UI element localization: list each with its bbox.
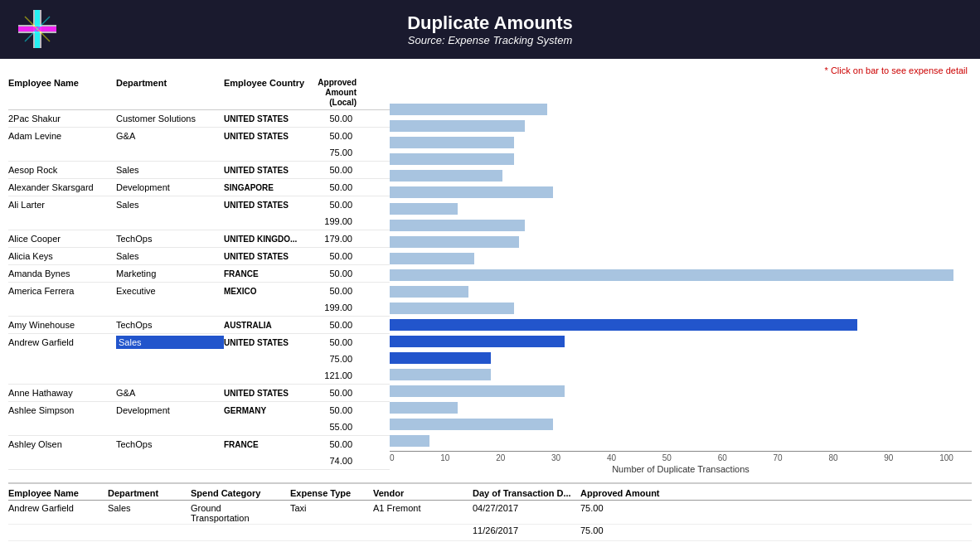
data-row: 75.00 bbox=[8, 144, 390, 161]
table-row[interactable]: Amy WinehouseTechOpsAUSTRALIA50.00 bbox=[8, 317, 390, 334]
bar-row[interactable] bbox=[390, 184, 972, 201]
bar-row[interactable] bbox=[390, 217, 972, 234]
bar[interactable] bbox=[390, 419, 553, 430]
emp-name-cell: Alexander Skarsgard bbox=[8, 182, 116, 192]
header-country: Employee Country bbox=[224, 78, 307, 108]
bar-row-group bbox=[390, 383, 972, 416]
emp-name-cell: America Ferrera bbox=[8, 286, 116, 296]
detail-data-cell: 04/27/2017 bbox=[473, 503, 580, 513]
dept-cell: Sales bbox=[116, 200, 224, 210]
bar-row[interactable] bbox=[390, 333, 972, 350]
table-row[interactable]: Aesop RockSalesUNITED STATES50.00 bbox=[8, 162, 390, 179]
bar[interactable] bbox=[390, 236, 519, 248]
bar-wrap bbox=[390, 435, 953, 447]
country-cell: MEXICO bbox=[224, 287, 307, 296]
bar[interactable] bbox=[390, 120, 525, 132]
dept-cell: Sales bbox=[116, 336, 224, 349]
amount-cell: 199.00 bbox=[307, 216, 357, 226]
table-row[interactable]: Alicia KeysSalesUNITED STATES50.00 bbox=[8, 248, 390, 265]
amount-cell: 74.00 bbox=[307, 456, 357, 466]
data-row: Anne HathawayG&AUNITED STATES50.00 bbox=[8, 385, 390, 401]
bar[interactable] bbox=[390, 137, 514, 148]
bar[interactable] bbox=[390, 303, 514, 314]
table-row[interactable]: Alexander SkarsgardDevelopmentSINGAPORE5… bbox=[8, 179, 390, 196]
country-cell: UNITED STATES bbox=[224, 338, 307, 347]
bar[interactable] bbox=[390, 402, 458, 414]
bar[interactable] bbox=[390, 104, 547, 115]
emp-name-cell: Amy Winehouse bbox=[8, 320, 116, 330]
emp-name-cell: Alicia Keys bbox=[8, 251, 116, 261]
table-row[interactable]: Andrew GarfieldSalesUNITED STATES50.0075… bbox=[8, 334, 390, 385]
data-rows: 2Pac ShakurCustomer SolutionsUNITED STAT… bbox=[8, 110, 390, 470]
bar[interactable] bbox=[390, 220, 525, 231]
x-axis-labels: 0102030405060708090100 bbox=[390, 452, 953, 462]
x-axis-tick: 30 bbox=[551, 453, 560, 462]
x-axis-tick: 90 bbox=[884, 453, 893, 462]
bar[interactable] bbox=[390, 253, 474, 264]
bar[interactable] bbox=[390, 385, 565, 397]
bar-row[interactable] bbox=[390, 433, 972, 449]
bar-row[interactable] bbox=[390, 234, 972, 250]
bar-row[interactable] bbox=[390, 101, 972, 118]
bar-row[interactable] bbox=[390, 416, 972, 433]
page-header: Duplicate Amounts Source: Expense Tracki… bbox=[0, 0, 980, 59]
bar-wrap bbox=[390, 153, 953, 165]
data-row: Aesop RockSalesUNITED STATES50.00 bbox=[8, 162, 390, 178]
emp-name-cell: Aesop Rock bbox=[8, 165, 116, 175]
bar[interactable] bbox=[390, 319, 857, 331]
data-row: 199.00 bbox=[8, 213, 390, 230]
bar-row[interactable] bbox=[390, 250, 972, 267]
bar-row[interactable] bbox=[390, 399, 972, 416]
table-row[interactable]: Ashlee SimpsonDevelopmentGERMANY50.0055.… bbox=[8, 402, 390, 436]
bar[interactable] bbox=[390, 286, 468, 298]
dept-cell: Marketing bbox=[116, 269, 224, 278]
bar[interactable] bbox=[390, 369, 491, 380]
logo bbox=[17, 8, 58, 51]
data-table: Employee Name Department Employee Countr… bbox=[8, 78, 390, 474]
bar[interactable] bbox=[390, 170, 502, 182]
amount-cell: 50.00 bbox=[307, 269, 357, 278]
table-row[interactable]: Adam LevineG&AUNITED STATES50.0075.00 bbox=[8, 128, 390, 162]
amount-cell: 50.00 bbox=[307, 337, 357, 347]
bar-row[interactable] bbox=[390, 350, 972, 366]
bar-row[interactable] bbox=[390, 201, 972, 217]
bar-wrap bbox=[390, 419, 953, 430]
data-row: 74.00 bbox=[8, 453, 390, 469]
bar[interactable] bbox=[390, 186, 553, 198]
bar-row[interactable] bbox=[390, 118, 972, 134]
bar[interactable] bbox=[390, 352, 491, 364]
bar-row[interactable] bbox=[390, 151, 972, 167]
detail-data-row: 11/26/201775.00 bbox=[8, 525, 972, 541]
data-row: 75.00 bbox=[8, 351, 390, 367]
table-row[interactable]: Alice CooperTechOpsUNITED KINGDO...179.0… bbox=[8, 230, 390, 248]
country-cell: FRANCE bbox=[224, 440, 307, 449]
detail-header-cell: Vendor bbox=[373, 488, 473, 498]
bar-row[interactable] bbox=[390, 167, 972, 184]
table-row[interactable]: 2Pac ShakurCustomer SolutionsUNITED STAT… bbox=[8, 110, 390, 128]
data-row: Ali LarterSalesUNITED STATES50.00 bbox=[8, 196, 390, 213]
bar-row[interactable] bbox=[390, 134, 972, 151]
bar-row[interactable] bbox=[390, 283, 972, 300]
bar[interactable] bbox=[390, 153, 514, 165]
bar[interactable] bbox=[390, 336, 565, 347]
x-axis-tick: 10 bbox=[440, 453, 449, 462]
bar-row[interactable] bbox=[390, 267, 972, 283]
bar[interactable] bbox=[390, 203, 458, 215]
dept-cell: Sales bbox=[116, 251, 224, 261]
table-row[interactable]: Ali LarterSalesUNITED STATES50.00199.00 bbox=[8, 196, 390, 230]
bar[interactable] bbox=[390, 435, 429, 447]
table-row[interactable]: Amanda BynesMarketingFRANCE50.00 bbox=[8, 265, 390, 283]
data-row: Amy WinehouseTechOpsAUSTRALIA50.00 bbox=[8, 317, 390, 333]
amount-cell: 50.00 bbox=[307, 131, 357, 141]
bar[interactable] bbox=[390, 269, 953, 281]
table-row[interactable]: Anne HathawayG&AUNITED STATES50.00 bbox=[8, 385, 390, 402]
detail-data-cell: 75.00 bbox=[580, 525, 663, 535]
bar-row[interactable] bbox=[390, 317, 972, 333]
table-row[interactable]: America FerreraExecutiveMEXICO50.00199.0… bbox=[8, 283, 390, 317]
bar-row-group bbox=[390, 184, 972, 217]
bar-row[interactable] bbox=[390, 366, 972, 383]
bar-row[interactable] bbox=[390, 300, 972, 317]
detail-rows: Andrew GarfieldSalesGround Transportatio… bbox=[8, 502, 972, 541]
bar-row[interactable] bbox=[390, 383, 972, 399]
table-row[interactable]: Ashley OlsenTechOpsFRANCE50.0074.00 bbox=[8, 436, 390, 470]
